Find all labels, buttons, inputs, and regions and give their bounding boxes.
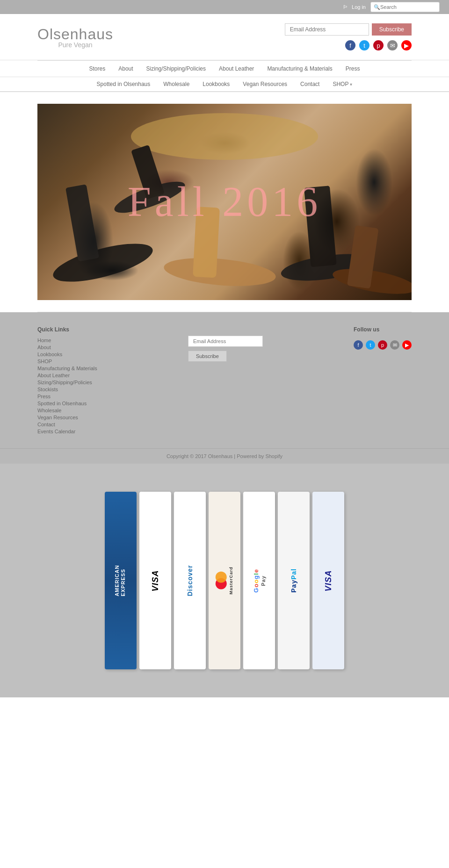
nav-spotted[interactable]: Spotted in Olsenhaus — [97, 81, 151, 87]
svg-point-0 — [50, 236, 156, 290]
footer-social-icons: f t p ✉ ▶ — [354, 340, 412, 350]
top-bar-links: 🏳 Log in — [343, 4, 366, 10]
nav-wholesale[interactable]: Wholesale — [163, 81, 189, 87]
footer-link-shop[interactable]: SHOP — [37, 359, 97, 364]
payment-visa: VISA — [312, 492, 344, 669]
search-bar[interactable]: 🔍 — [370, 2, 440, 12]
copyright-text: Copyright © 2017 Olsenhaus | Powered by … — [167, 453, 282, 459]
header: Olsenhaus Pure Vegan Subscribe f t p ✉ ▶ — [0, 14, 449, 60]
hero-container: Fall 2016 — [0, 92, 449, 312]
footer-social-col: Follow us f t p ✉ ▶ — [354, 326, 412, 434]
footer-facebook-icon[interactable]: f — [354, 340, 363, 350]
svg-point-2 — [163, 254, 277, 290]
twitter-icon[interactable]: t — [359, 40, 369, 50]
nav-shop-link[interactable]: SHOP — [333, 81, 348, 87]
footer-link-events[interactable]: Events Calendar — [37, 429, 97, 434]
payment-mastercard: MasterCard — [209, 492, 240, 669]
footer-link-spotted[interactable]: Spotted in Olsenhaus — [37, 401, 97, 406]
logo-name: Olsenhaus — [37, 26, 113, 43]
footer-link-manufacturing[interactable]: Manufacturing & Materials — [37, 366, 97, 371]
footer-link-wholesale[interactable]: Wholesale — [37, 408, 97, 413]
footer-link-about[interactable]: About — [37, 344, 97, 350]
nav-stores[interactable]: Stores — [89, 65, 106, 72]
footer-subscribe-button[interactable]: Subscribe — [188, 351, 227, 362]
copyright-bar: Copyright © 2017 Olsenhaus | Powered by … — [0, 448, 449, 464]
flag-icon: 🏳 — [343, 4, 348, 10]
email-subscribe-form: Subscribe — [285, 23, 412, 36]
visa-debit-label: VISA — [150, 570, 160, 591]
facebook-icon[interactable]: f — [345, 40, 355, 50]
footer-link-home[interactable]: Home — [37, 337, 97, 343]
footer-link-vegan[interactable]: Vegan Resources — [37, 415, 97, 420]
payment-logos-container: AMERICANEXPRESS VISA Discover MasterCard — [105, 492, 344, 669]
top-bar: 🏳 Log in 🔍 — [0, 0, 449, 14]
youtube-icon[interactable]: ▶ — [401, 40, 412, 50]
nav-shop[interactable]: SHOP ▾ — [333, 81, 352, 87]
nav-about[interactable]: About — [118, 65, 133, 72]
nav-manufacturing[interactable]: Manufacturing & Materials — [267, 65, 332, 72]
nav-about-leather[interactable]: About Leather — [219, 65, 254, 72]
primary-nav: Stores About Sizing/Shipping/Policies Ab… — [0, 61, 449, 77]
search-input[interactable] — [380, 4, 436, 10]
footer-links-list: Home About Lookbooks SHOP Manufacturing … — [37, 337, 97, 434]
hero-background: Fall 2016 — [37, 104, 412, 300]
chevron-down-icon: ▾ — [350, 82, 352, 87]
nav-press[interactable]: Press — [346, 65, 360, 72]
payment-amex: AMERICANEXPRESS — [105, 492, 137, 669]
hero-banner: Fall 2016 — [37, 104, 412, 300]
svg-point-8 — [131, 113, 318, 160]
footer-youtube-icon[interactable]: ▶ — [402, 340, 412, 350]
paypal-label: PayPal — [290, 568, 297, 593]
footer-quicklinks-heading: Quick Links — [37, 326, 97, 333]
header-email-input[interactable] — [285, 23, 369, 36]
footer-link-contact[interactable]: Contact — [37, 422, 97, 427]
logo-sub: Pure Vegan — [37, 41, 113, 49]
payment-section: AMERICANEXPRESS VISA Discover MasterCard — [0, 464, 449, 697]
mastercard-label: MasterCard — [216, 567, 233, 595]
payment-googlepay: Google Pay — [243, 492, 275, 669]
footer-twitter-icon[interactable]: t — [366, 340, 375, 350]
footer-pinterest-icon[interactable]: p — [378, 340, 387, 350]
nav-vegan-resources[interactable]: Vegan Resources — [243, 81, 287, 87]
footer-email-input[interactable] — [188, 336, 263, 347]
header-right: Subscribe f t p ✉ ▶ — [285, 23, 412, 50]
footer-link-lookbooks[interactable]: Lookbooks — [37, 352, 97, 357]
amex-label: AMERICANEXPRESS — [115, 565, 127, 596]
footer-link-press[interactable]: Press — [37, 394, 97, 399]
discover-label: Discover — [186, 565, 194, 596]
nav-lookbooks[interactable]: Lookbooks — [203, 81, 230, 87]
footer: Quick Links Home About Lookbooks SHOP Ma… — [0, 312, 449, 448]
footer-email-icon[interactable]: ✉ — [390, 340, 399, 350]
nav-sizing[interactable]: Sizing/Shipping/Policies — [146, 65, 206, 72]
footer-subscribe-col: Subscribe — [188, 326, 263, 434]
header-social-icons: f t p ✉ ▶ — [345, 40, 412, 50]
header-subscribe-button[interactable]: Subscribe — [372, 23, 412, 36]
footer-link-sizing[interactable]: Sizing/Shipping/Policies — [37, 380, 97, 385]
footer-follow-heading: Follow us — [354, 326, 379, 333]
payment-paypal: PayPal — [278, 492, 310, 669]
footer-quicklinks: Quick Links Home About Lookbooks SHOP Ma… — [37, 326, 97, 434]
hero-text: Fall 2016 — [128, 181, 322, 223]
login-link[interactable]: Log in — [352, 4, 366, 10]
footer-link-stockists[interactable]: Stockists — [37, 387, 97, 392]
email-icon[interactable]: ✉ — [387, 40, 398, 50]
nav-contact[interactable]: Contact — [300, 81, 319, 87]
visa-label: VISA — [323, 570, 333, 591]
svg-rect-1 — [65, 184, 99, 261]
secondary-nav: Spotted in Olsenhaus Wholesale Lookbooks… — [0, 77, 449, 92]
payment-visa-debit: VISA — [139, 492, 171, 669]
footer-link-about-leather[interactable]: About Leather — [37, 373, 97, 378]
googlepay-label: Google Pay — [253, 569, 266, 593]
logo-area: Olsenhaus Pure Vegan — [37, 26, 113, 49]
search-icon: 🔍 — [374, 4, 380, 10]
payment-discover: Discover — [174, 492, 206, 669]
pinterest-icon[interactable]: p — [373, 40, 384, 50]
